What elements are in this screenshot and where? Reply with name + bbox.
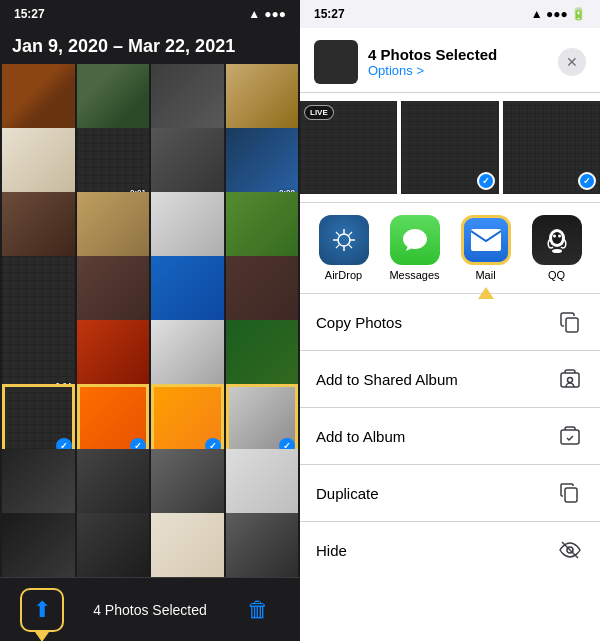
svg-point-4 (553, 235, 556, 238)
photo-cell[interactable]: 0:00 (226, 128, 299, 201)
action-list: Copy Photos Add to Shared Album Add to (300, 294, 600, 641)
right-time: 15:27 (314, 7, 345, 21)
right-panel: 15:27 ▲ ●●● 🔋 4 Photos Selected Options … (300, 0, 600, 641)
svg-point-0 (338, 234, 350, 246)
photo-cell[interactable] (77, 256, 150, 329)
arrow-yellow-icon (35, 632, 49, 642)
svg-rect-8 (561, 373, 579, 387)
share-button[interactable]: ⬆ (20, 588, 64, 632)
mail-label: Mail (475, 269, 495, 281)
photo-cell[interactable] (2, 64, 75, 137)
photo-strip: LIVE (300, 93, 600, 203)
photo-cell[interactable] (151, 320, 224, 393)
app-item-qq[interactable]: QQ (529, 215, 584, 281)
signal-icon: ●●● (264, 7, 286, 21)
photo-cell[interactable]: 0:01 (77, 128, 150, 201)
share-sheet-title-area: 4 Photos Selected Options > (368, 46, 548, 78)
left-panel: 15:27 ▲ ●●● Jan 9, 2020 – Mar 22, 2021 0… (0, 0, 300, 641)
photo-cell[interactable] (77, 64, 150, 137)
delete-button[interactable]: 🗑 (236, 588, 280, 632)
strip-photo[interactable] (503, 101, 600, 194)
date-range-header: Jan 9, 2020 – Mar 22, 2021 (0, 28, 300, 62)
share-sheet-header: 4 Photos Selected Options > ✕ (300, 28, 600, 93)
action-duplicate[interactable]: Duplicate (300, 465, 600, 522)
photo-cell[interactable] (151, 128, 224, 201)
photo-cell[interactable] (151, 192, 224, 265)
copy-photos-label: Copy Photos (316, 314, 402, 331)
strip-photo[interactable] (401, 101, 498, 194)
svg-point-9 (568, 378, 573, 383)
photo-cell[interactable] (2, 256, 75, 329)
svg-point-5 (558, 235, 561, 238)
photo-cell[interactable] (151, 64, 224, 137)
qq-icon (532, 215, 582, 265)
photo-grid[interactable]: 0:01 0:00 0:04 (0, 62, 300, 577)
mail-icon (461, 215, 511, 265)
action-hide[interactable]: Hide (300, 522, 600, 578)
app-row: AirDrop Messages Mail (300, 203, 600, 294)
airdrop-label: AirDrop (325, 269, 362, 281)
photo-cell[interactable] (151, 449, 224, 522)
photo-cell[interactable] (226, 513, 299, 577)
live-badge: LIVE (304, 105, 334, 120)
messages-icon (390, 215, 440, 265)
hide-label: Hide (316, 542, 347, 559)
app-item-messages[interactable]: Messages (387, 215, 442, 281)
photo-cell[interactable] (2, 513, 75, 577)
svg-point-3 (552, 232, 562, 244)
photo-cell[interactable] (226, 449, 299, 522)
left-time: 15:27 (14, 7, 45, 21)
close-button[interactable]: ✕ (558, 48, 586, 76)
photo-cell[interactable] (2, 192, 75, 265)
hide-icon (556, 536, 584, 564)
date-range-text: Jan 9, 2020 – Mar 22, 2021 (12, 36, 235, 56)
photo-cell[interactable] (151, 256, 224, 329)
photo-cell[interactable] (226, 256, 299, 329)
add-to-album-label: Add to Album (316, 428, 405, 445)
photo-cell[interactable] (2, 449, 75, 522)
wifi-icon: ▲ (248, 7, 260, 21)
photo-cell[interactable] (77, 513, 150, 577)
right-status-icons: ▲ ●●● 🔋 (531, 7, 586, 21)
close-icon: ✕ (566, 54, 578, 70)
duplicate-label: Duplicate (316, 485, 379, 502)
share-sheet-title: 4 Photos Selected (368, 46, 548, 63)
photo-cell[interactable] (2, 128, 75, 201)
strip-check (578, 172, 596, 190)
photo-cell[interactable] (226, 192, 299, 265)
photo-cell[interactable] (77, 192, 150, 265)
arrow-indicator (35, 632, 49, 642)
photo-cell[interactable] (77, 449, 150, 522)
bottom-bar: ⬆ 4 Photos Selected 🗑 (0, 577, 300, 641)
strip-photo[interactable]: LIVE (300, 101, 397, 194)
left-status-icons: ▲ ●●● (248, 7, 286, 21)
action-copy-photos[interactable]: Copy Photos (300, 294, 600, 351)
photo-cell-selected[interactable] (226, 384, 299, 457)
photo-cell[interactable] (226, 64, 299, 137)
add-shared-album-label: Add to Shared Album (316, 371, 458, 388)
photo-cell[interactable]: 0:04 (2, 320, 75, 393)
photo-cell[interactable] (77, 320, 150, 393)
shared-album-icon (556, 365, 584, 393)
photo-cell-selected[interactable] (2, 384, 75, 457)
share-button-wrapper: ⬆ (20, 588, 64, 632)
action-add-shared-album[interactable]: Add to Shared Album (300, 351, 600, 408)
photo-cell[interactable] (226, 320, 299, 393)
album-icon (556, 422, 584, 450)
app-item-mail[interactable]: Mail (458, 215, 513, 281)
options-button[interactable]: Options > (368, 63, 548, 78)
svg-rect-11 (565, 488, 577, 502)
photo-cell[interactable] (151, 513, 224, 577)
copy-icon (556, 308, 584, 336)
duplicate-icon (556, 479, 584, 507)
action-add-to-album[interactable]: Add to Album (300, 408, 600, 465)
qq-label: QQ (548, 269, 565, 281)
share-thumb (314, 40, 358, 84)
svg-rect-10 (561, 430, 579, 444)
svg-point-6 (552, 249, 562, 253)
selected-count-label: 4 Photos Selected (93, 602, 207, 618)
photo-cell-selected[interactable] (151, 384, 224, 457)
app-item-airdrop[interactable]: AirDrop (316, 215, 371, 281)
photo-cell-selected[interactable] (77, 384, 150, 457)
trash-icon: 🗑 (247, 597, 269, 623)
